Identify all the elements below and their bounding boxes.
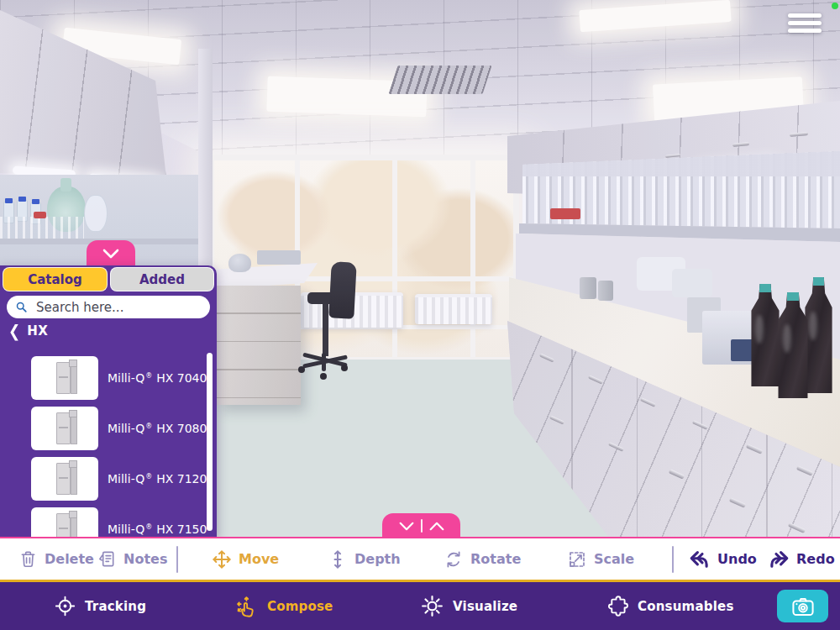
move-icon — [212, 549, 232, 570]
menu-button[interactable] — [786, 10, 823, 37]
pan-up-button[interactable] — [428, 520, 446, 533]
consumables-puzzle-icon — [606, 595, 629, 617]
visualize-gear-icon — [420, 594, 444, 618]
consumables-label: Consumables — [638, 599, 734, 614]
chair-back — [328, 261, 356, 318]
toolbar-divider — [672, 546, 674, 573]
catalog-panel: Catalog Added ❮ HX Milli-Q®HX 7040 — [0, 265, 217, 538]
tab-added[interactable]: Added — [110, 267, 214, 291]
product-label: Milli-Q®HX 7150 — [108, 504, 207, 538]
trash-icon — [18, 549, 38, 569]
depth-tool-button[interactable]: Depth — [328, 538, 401, 580]
depth-icon — [328, 549, 348, 570]
list-item-product[interactable]: Milli-Q®HX 7150 — [0, 504, 206, 538]
product-label: Milli-Q®HX 7120 — [108, 454, 207, 504]
scale-icon — [567, 549, 587, 570]
catalog-collapse-button[interactable] — [87, 240, 135, 266]
nav-consumables[interactable]: Consumables — [606, 582, 734, 630]
product-thumbnail — [31, 507, 98, 538]
depth-label: Depth — [354, 551, 401, 567]
chair-base — [322, 353, 326, 371]
bottom-nav: Tracking Compose Visualize Consumables — [0, 580, 840, 630]
glassware-row — [0, 217, 84, 239]
move-tool-button[interactable]: Move — [212, 538, 279, 580]
product-label: Milli-Q®HX 7040 — [108, 353, 207, 403]
delete-button[interactable]: Delete — [18, 538, 94, 580]
divider — [421, 519, 423, 533]
chair-caster — [298, 366, 305, 373]
pan-down-button[interactable] — [397, 520, 416, 533]
ceiling-vent — [388, 66, 491, 94]
chevron-left-icon: ❮ — [8, 322, 20, 341]
steel-canister — [580, 277, 596, 299]
notes-icon — [97, 549, 117, 569]
app-screen: Catalog Added ❮ HX Milli-Q®HX 7040 — [0, 0, 840, 630]
nav-visualize[interactable]: Visualize — [420, 582, 517, 630]
toolbar-divider — [176, 546, 178, 573]
compose-label: Compose — [267, 599, 333, 614]
notes-button[interactable]: Notes — [97, 538, 167, 580]
search-box — [7, 296, 210, 318]
red-rack — [34, 212, 46, 218]
list-item-product[interactable]: Milli-Q®HX 7120 — [0, 454, 206, 504]
rotate-tool-button[interactable]: Rotate — [444, 538, 521, 580]
scale-tool-button[interactable]: Scale — [567, 538, 634, 580]
undo-icon — [689, 549, 711, 570]
undo-button[interactable]: Undo — [689, 538, 757, 580]
notes-label: Notes — [123, 551, 167, 567]
product-label: Milli-Q®HX 7080 — [108, 403, 207, 454]
steel-canister — [598, 281, 613, 301]
tab-catalog-label: Catalog — [28, 272, 82, 287]
compose-hand-icon — [235, 595, 259, 618]
nav-compose[interactable]: Compose — [235, 582, 333, 630]
chair-caster — [320, 373, 327, 380]
tab-added-label: Added — [139, 272, 185, 287]
search-input[interactable] — [34, 299, 202, 316]
chair-caster — [341, 365, 348, 371]
delete-label: Delete — [45, 551, 94, 567]
edit-toolbar: Delete Notes Move Depth — [0, 537, 840, 580]
chevron-down-icon — [101, 247, 121, 260]
rotate-label: Rotate — [470, 551, 521, 567]
camera-capture-button[interactable] — [777, 590, 828, 622]
radiator — [415, 294, 492, 324]
glass-flask-neck — [60, 178, 71, 192]
product-thumbnail — [31, 457, 98, 501]
undo-label: Undo — [717, 551, 757, 567]
glass-flask — [84, 195, 108, 232]
recording-indicator-dot — [832, 3, 838, 9]
wrapped-package — [672, 269, 712, 297]
visualize-label: Visualize — [453, 599, 517, 614]
breadcrumb-back[interactable]: ❮ HX — [8, 323, 48, 339]
camera-icon — [790, 596, 816, 617]
tab-catalog[interactable]: Catalog — [3, 267, 108, 291]
catalog-scrollbar[interactable] — [207, 353, 213, 531]
red-rack — [550, 208, 580, 219]
desk-item — [228, 254, 251, 272]
tracking-target-icon — [54, 595, 76, 617]
product-thumbnail — [31, 356, 98, 400]
list-item-product[interactable]: Milli-Q®HX 7080 — [0, 403, 206, 454]
list-item-product[interactable]: Milli-Q®HX 7040 — [0, 353, 206, 403]
redo-button[interactable]: Redo — [768, 538, 835, 580]
move-label: Move — [239, 551, 279, 567]
desk-item — [257, 250, 301, 265]
search-icon — [15, 301, 28, 313]
pan-buttons — [382, 513, 460, 538]
left-desk-cabinet — [217, 286, 301, 405]
redo-label: Redo — [796, 551, 835, 567]
redo-icon — [768, 549, 790, 570]
product-thumbnail — [31, 407, 98, 450]
tracking-label: Tracking — [85, 599, 146, 614]
nav-tracking[interactable]: Tracking — [54, 582, 146, 630]
scale-label: Scale — [594, 551, 634, 567]
chair-column — [323, 302, 328, 356]
rotate-icon — [444, 549, 464, 570]
breadcrumb-label: HX — [27, 323, 48, 339]
